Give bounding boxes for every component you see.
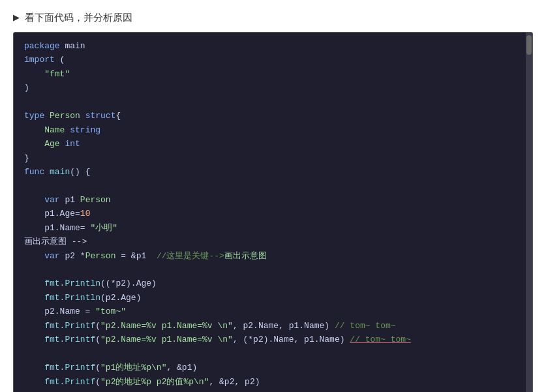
code-line: var p1 Person [24,193,522,207]
code-line: fmt.Printf("p1的地址%p\n", &p1) [24,361,522,374]
code-line [24,389,522,392]
scroll-thumb[interactable] [526,35,532,55]
code-line: "fmt" [24,67,522,81]
code-line: Age int [24,137,522,151]
scrollbar[interactable] [526,33,532,392]
code-line [24,347,522,361]
code-line: ) [24,81,522,95]
code-line: func main() { [24,165,522,179]
code-line [24,263,522,277]
code-line: p1.Name= "小明" [24,221,522,235]
code-line: package main [24,39,522,53]
section-title: 看下面代码，并分析原因 [25,12,132,24]
code-line: p2.Name = "tom~" [24,305,522,318]
code-line: var p2 *Person = &p1 //这里是关键-->画出示意图 [24,249,522,263]
code-block: package main import ( "fmt" ) type Perso… [13,32,533,392]
code-line: fmt.Println((*p2).Age) [24,277,522,290]
arrow-icon: ▶ [13,12,20,22]
code-line: Name string [24,123,522,137]
code-line: p1.Age=10 [24,207,522,220]
code-line: fmt.Printf("p2的地址%p p2的值%p\n", &p2, p2) [24,375,522,389]
code-line: fmt.Printf("p2.Name=%v p1.Name=%v \n", p… [24,319,522,333]
code-line: } [24,151,522,165]
page-wrapper: ▶ 看下面代码，并分析原因 package main import ( "fmt… [0,0,546,392]
code-line [24,179,522,192]
code-line: import ( [24,53,522,67]
code-area: package main import ( "fmt" ) type Perso… [14,33,532,392]
code-line: fmt.Printf("p2.Name=%v p1.Name=%v \n", (… [24,333,522,346]
code-line: type Person struct{ [24,109,522,123]
code-line [24,95,522,109]
code-line: fmt.Println(p2.Age) [24,291,522,305]
section-header: ▶ 看下面代码，并分析原因 [13,12,533,24]
